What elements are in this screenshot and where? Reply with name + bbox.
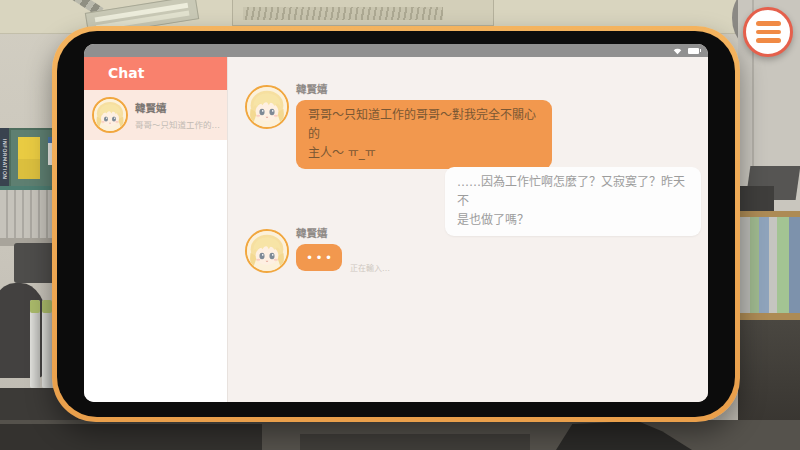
outgoing-message-bubble: ……因為工作忙啊怎麼了？又寂寞了？昨天不 是也做了嗎？: [445, 167, 701, 236]
message-line: 哥哥～只知道工作的哥哥～對我完全不關心的: [308, 106, 540, 144]
tablet-screen: Chat 韓賢嬉 哥哥～只知道工作的…: [84, 44, 708, 402]
storage-box: [740, 186, 774, 212]
sidebar-title: Chat: [84, 57, 227, 90]
tablet-device: Chat 韓賢嬉 哥哥～只知道工作的…: [52, 26, 740, 422]
contact-avatar: [92, 97, 128, 133]
book: [759, 217, 769, 313]
information-sign: INFORMATION: [0, 128, 9, 190]
book: [750, 217, 759, 313]
yellow-poster: [18, 137, 40, 179]
air-conditioner: [232, 0, 494, 26]
game-screen: INFORMATION: [0, 0, 800, 450]
hamburger-bar: [756, 30, 781, 35]
contact-item[interactable]: 韓賢嬉 哥哥～只知道工作的…: [84, 90, 227, 140]
desk-silhouette: [0, 424, 262, 450]
book: [789, 217, 800, 313]
bookshelf-edge: [738, 313, 800, 320]
message-line: 是也做了嗎？: [457, 211, 689, 230]
office-chair: [0, 283, 48, 378]
typing-status-text: 正在輸入…: [350, 262, 390, 273]
typing-indicator-bubble: •••: [296, 244, 342, 271]
ac-vent-slats: [243, 7, 443, 20]
character-avatar: [245, 85, 289, 129]
message-sender: 韓賢嬉: [296, 81, 328, 96]
hamburger-icon: [756, 21, 781, 43]
desk-silhouette: [300, 434, 530, 450]
message-line: ……因為工作忙啊怎麼了？又寂寞了？昨天不: [457, 173, 689, 211]
battery-icon: [688, 48, 699, 54]
water-jug: [30, 300, 40, 388]
chat-app: Chat 韓賢嬉 哥哥～只知道工作的…: [84, 57, 708, 402]
book: [740, 217, 750, 313]
menu-button[interactable]: [743, 7, 793, 57]
tablet-bezel: Chat 韓賢嬉 哥哥～只知道工作的…: [57, 31, 735, 417]
hamburger-bar: [756, 38, 781, 43]
contact-preview: 哥哥～只知道工作的…: [135, 118, 220, 130]
conversation-area: 韓賢嬉 哥哥～只知道工作的哥哥～對我完全不關心的 主人～ ㅠ_ㅠ ……因為工作忙…: [228, 57, 708, 402]
water-jug: [42, 300, 52, 388]
bookshelf-books: [740, 217, 800, 313]
wifi-icon: [673, 47, 682, 55]
status-bar: [84, 44, 708, 57]
incoming-message-bubble: 哥哥～只知道工作的哥哥～對我完全不關心的 主人～ ㅠ_ㅠ: [296, 100, 552, 169]
chat-sidebar: Chat 韓賢嬉 哥哥～只知道工作的…: [84, 57, 228, 402]
hamburger-bar: [756, 21, 781, 26]
contact-info: 韓賢嬉 哥哥～只知道工作的…: [135, 100, 220, 130]
typing-dots-icon: •••: [303, 252, 334, 264]
character-avatar: [245, 229, 289, 273]
book: [769, 217, 777, 313]
message-line: 主人～ ㅠ_ㅠ: [308, 144, 540, 163]
message-sender: 韓賢嬉: [296, 225, 328, 240]
book: [777, 217, 789, 313]
contact-name: 韓賢嬉: [135, 100, 220, 115]
